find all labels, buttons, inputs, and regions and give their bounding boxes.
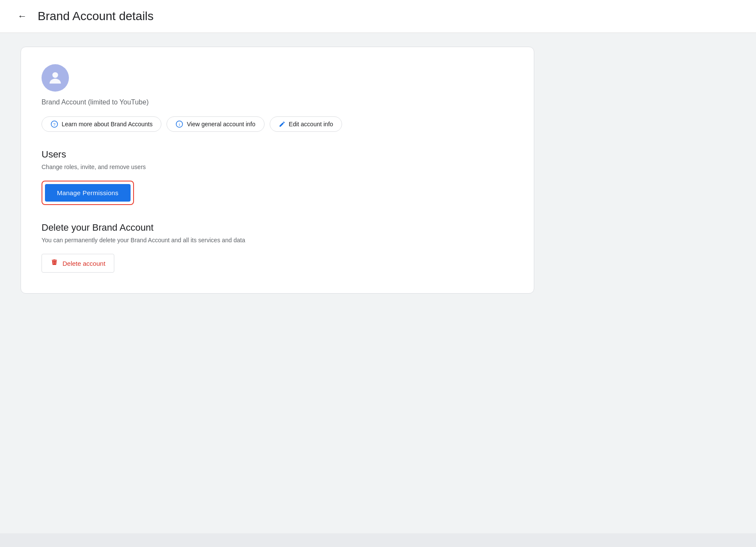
learn-more-label: Learn more about Brand Accounts bbox=[62, 121, 152, 128]
svg-text:?: ? bbox=[53, 122, 56, 127]
svg-text:i: i bbox=[179, 122, 180, 127]
page-title: Brand Account details bbox=[38, 9, 154, 23]
edit-icon bbox=[279, 121, 286, 128]
info-icon: i bbox=[176, 120, 183, 128]
back-button[interactable]: ← bbox=[14, 8, 31, 25]
learn-more-button[interactable]: ? Learn more about Brand Accounts bbox=[42, 116, 161, 132]
main-content: Brand Account (limited to YouTube) ? Lea… bbox=[0, 33, 756, 533]
bottom-bar bbox=[0, 533, 756, 547]
delete-section: Delete your Brand Account You can perman… bbox=[42, 222, 513, 273]
delete-section-title: Delete your Brand Account bbox=[42, 222, 513, 233]
account-section: Brand Account (limited to YouTube) ? Lea… bbox=[42, 64, 513, 132]
account-type-label: Brand Account (limited to YouTube) bbox=[42, 98, 513, 106]
question-icon: ? bbox=[51, 120, 58, 128]
action-buttons-row: ? Learn more about Brand Accounts i View… bbox=[42, 116, 513, 132]
avatar bbox=[42, 64, 69, 92]
delete-account-label: Delete account bbox=[63, 260, 105, 267]
delete-account-button[interactable]: Delete account bbox=[42, 254, 114, 273]
avatar-icon bbox=[47, 69, 64, 86]
svg-point-0 bbox=[52, 72, 58, 78]
users-section: Users Change roles, invite, and remove u… bbox=[42, 149, 513, 205]
edit-info-button[interactable]: Edit account info bbox=[270, 116, 342, 132]
view-info-button[interactable]: i View general account info bbox=[167, 116, 264, 132]
edit-info-label: Edit account info bbox=[289, 121, 333, 128]
view-info-label: View general account info bbox=[187, 121, 255, 128]
page-header: ← Brand Account details bbox=[0, 0, 756, 33]
account-card: Brand Account (limited to YouTube) ? Lea… bbox=[21, 47, 534, 294]
back-arrow-icon: ← bbox=[18, 11, 27, 22]
manage-permissions-highlight: Manage Permissions bbox=[42, 181, 134, 205]
trash-icon bbox=[51, 259, 58, 268]
users-section-title: Users bbox=[42, 149, 513, 160]
users-section-description: Change roles, invite, and remove users bbox=[42, 164, 513, 170]
delete-section-description: You can permanently delete your Brand Ac… bbox=[42, 237, 513, 244]
manage-permissions-button[interactable]: Manage Permissions bbox=[45, 184, 131, 202]
